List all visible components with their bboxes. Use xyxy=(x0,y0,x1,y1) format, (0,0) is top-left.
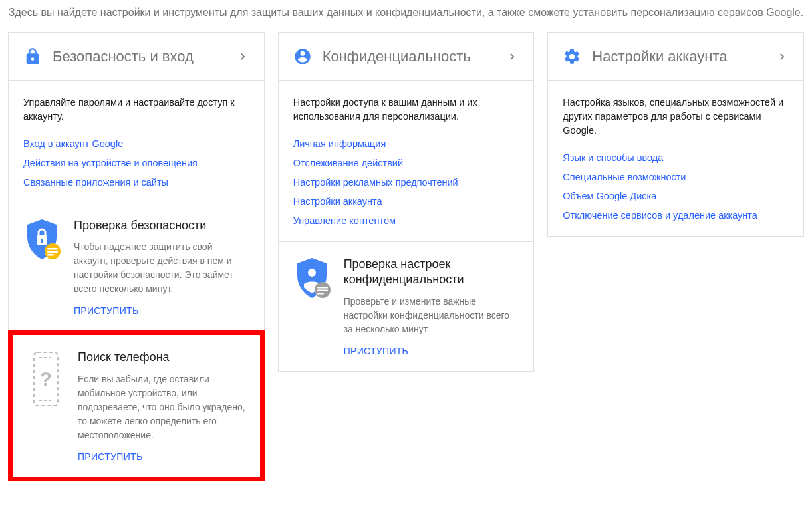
link-connected-apps[interactable]: Связанные приложения и сайты xyxy=(23,173,249,192)
shield-lock-icon xyxy=(23,218,61,316)
link-drive-storage[interactable]: Объем Google Диска xyxy=(563,187,789,206)
gear-icon xyxy=(563,47,581,66)
link-ads-settings[interactable]: Настройки рекламных предпочтений xyxy=(293,173,519,192)
link-accessibility[interactable]: Специальные возможности xyxy=(563,168,789,187)
card-settings-header[interactable]: Настройки аккаунта xyxy=(548,33,803,81)
link-account-overview[interactable]: Настройки аккаунта xyxy=(293,192,519,211)
card-settings-body: Настройка языков, специальных возможност… xyxy=(548,81,803,236)
privacy-checkup-title: Проверка настроек конфиденциальности xyxy=(344,257,519,288)
privacy-checkup-content: Проверка настроек конфиденциальности Про… xyxy=(344,257,519,356)
find-phone-start-button[interactable]: ПРИСТУПИТЬ xyxy=(78,451,142,462)
svg-rect-5 xyxy=(47,251,58,253)
find-phone-desc: Если вы забыли, где оставили мобильное у… xyxy=(78,372,245,442)
card-settings-links: Язык и способы ввода Специальные возможн… xyxy=(563,148,789,225)
find-phone-highlight: ? Поиск телефона Если вы забыли, где ост… xyxy=(8,330,265,481)
chevron-right-icon xyxy=(236,50,249,63)
card-security-header[interactable]: Безопасность и вход xyxy=(9,33,264,81)
security-checkup-section: Проверка безопасности Чтобы надежнее защ… xyxy=(9,203,264,330)
person-icon xyxy=(293,47,312,66)
link-activity-controls[interactable]: Отслеживание действий xyxy=(293,154,519,173)
chevron-right-icon xyxy=(505,50,519,63)
svg-point-11 xyxy=(308,269,316,277)
link-language-input[interactable]: Язык и способы ввода xyxy=(563,148,789,168)
svg-rect-6 xyxy=(47,254,54,256)
find-phone-title: Поиск телефона xyxy=(78,350,245,365)
link-google-signin[interactable]: Вход в аккаунт Google xyxy=(23,134,249,154)
card-security-body: Управляйте паролями и настраивайте досту… xyxy=(9,81,264,203)
card-settings: Настройки аккаунта Настройка языков, спе… xyxy=(547,32,804,237)
columns-container: Безопасность и вход Управляйте паролями … xyxy=(0,32,812,481)
column-privacy: Конфиденциальность Настройки доступа к в… xyxy=(278,32,535,372)
find-phone-section: ? Поиск телефона Если вы забыли, где ост… xyxy=(13,335,260,476)
security-checkup-start-button[interactable]: ПРИСТУПИТЬ xyxy=(74,305,138,316)
svg-rect-2 xyxy=(41,240,43,243)
svg-rect-4 xyxy=(47,248,58,250)
card-privacy-desc: Настройки доступа к вашим данным и их ис… xyxy=(293,96,519,124)
svg-text:?: ? xyxy=(40,368,52,390)
chevron-right-icon xyxy=(775,50,789,63)
card-security-links: Вход в аккаунт Google Действия на устрой… xyxy=(23,134,249,192)
link-delete-services[interactable]: Отключение сервисов и удаление аккаунта xyxy=(563,206,789,225)
svg-rect-15 xyxy=(317,293,324,295)
shield-person-icon xyxy=(293,257,331,356)
svg-rect-14 xyxy=(317,290,328,292)
link-content-controls[interactable]: Управление контентом xyxy=(293,211,519,231)
privacy-checkup-desc: Проверьте и измените важные настройки ко… xyxy=(344,295,519,336)
card-settings-title: Настройки аккаунта xyxy=(592,48,775,65)
link-personal-info[interactable]: Личная информация xyxy=(293,134,519,154)
card-privacy-body: Настройки доступа к вашим данным и их ис… xyxy=(279,81,534,241)
column-settings: Настройки аккаунта Настройка языков, спе… xyxy=(547,32,804,237)
lock-icon xyxy=(23,47,42,66)
card-security: Безопасность и вход Управляйте паролями … xyxy=(8,32,265,331)
find-phone-content: Поиск телефона Если вы забыли, где остав… xyxy=(78,350,245,461)
link-device-activity[interactable]: Действия на устройстве и оповещения xyxy=(23,154,249,173)
card-security-desc: Управляйте паролями и настраивайте досту… xyxy=(23,96,249,124)
card-security-title: Безопасность и вход xyxy=(53,48,236,65)
privacy-checkup-start-button[interactable]: ПРИСТУПИТЬ xyxy=(344,346,408,356)
card-privacy: Конфиденциальность Настройки доступа к в… xyxy=(278,32,535,372)
column-security: Безопасность и вход Управляйте паролями … xyxy=(8,32,265,481)
page-intro: Здесь вы найдете настройки и инструменты… xyxy=(0,0,812,32)
security-checkup-title: Проверка безопасности xyxy=(74,218,249,233)
security-checkup-content: Проверка безопасности Чтобы надежнее защ… xyxy=(74,218,249,316)
security-checkup-desc: Чтобы надежнее защитить свой аккаунт, пр… xyxy=(74,240,249,296)
card-privacy-links: Личная информация Отслеживание действий … xyxy=(293,134,519,231)
card-privacy-header[interactable]: Конфиденциальность xyxy=(279,33,534,81)
card-privacy-title: Конфиденциальность xyxy=(323,48,506,65)
card-settings-desc: Настройка языков, специальных возможност… xyxy=(563,96,789,138)
svg-rect-13 xyxy=(317,287,328,289)
phone-question-icon: ? xyxy=(27,350,65,461)
privacy-checkup-section: Проверка настроек конфиденциальности Про… xyxy=(279,241,534,371)
